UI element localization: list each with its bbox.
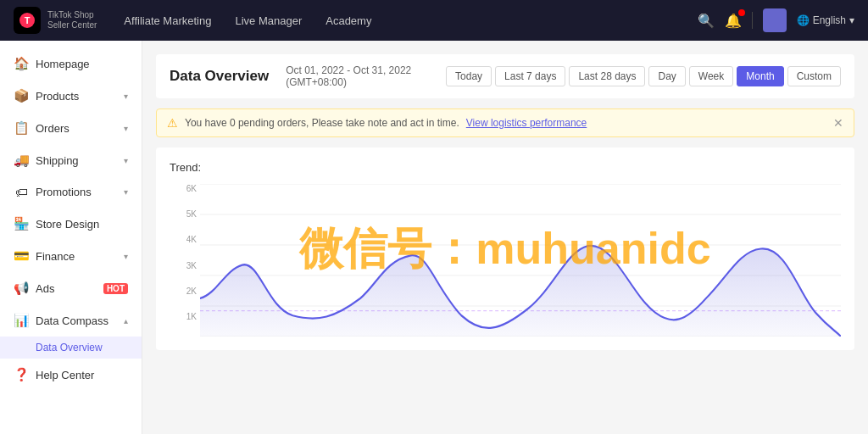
language-selector[interactable]: 🌐 English ▾ <box>797 14 854 26</box>
y-label-6k: 6K <box>186 184 197 193</box>
sidebar-label-products: Products <box>36 90 117 103</box>
sidebar-label-promotions: Promotions <box>36 186 117 198</box>
alert-bar: ⚠ You have 0 pending orders, Please take… <box>156 108 854 137</box>
sidebar: 🏠 Homepage 📦 Products ▾ 📋 Orders ▾ 🚚 Shi… <box>0 41 142 434</box>
sidebar-label-help-center: Help Center <box>36 369 128 381</box>
orders-icon: 📋 <box>14 120 29 136</box>
main-content: Data Overview Oct 01, 2022 - Oct 31, 202… <box>142 41 868 434</box>
trend-label: Trend: <box>170 161 841 174</box>
chart-area <box>200 184 841 337</box>
topnav-links: Affiliate Marketing Live Manager Academy <box>124 11 697 31</box>
sidebar-item-finance[interactable]: 💳 Finance ▾ <box>0 240 142 272</box>
search-icon[interactable]: 🔍 <box>698 13 715 29</box>
sidebar-item-help-center[interactable]: ❓ Help Center <box>0 359 142 391</box>
svg-text:T: T <box>25 15 31 25</box>
sidebar-label-shipping: Shipping <box>36 154 117 167</box>
chevron-down-icon: ▾ <box>849 14 854 26</box>
ads-icon: 📢 <box>14 281 29 296</box>
y-label-4k: 4K <box>186 235 197 244</box>
chevron-down-icon: ▾ <box>124 252 128 261</box>
sidebar-label-store-design: Store Design <box>36 218 128 231</box>
btn-today[interactable]: Today <box>446 66 492 86</box>
home-icon: 🏠 <box>14 56 29 71</box>
nav-academy[interactable]: Academy <box>326 11 371 31</box>
products-icon: 📦 <box>14 88 29 103</box>
topnav: T TikTok Shop Seller Center Affiliate Ma… <box>0 0 868 41</box>
hot-badge: HOT <box>103 283 128 294</box>
logo-icon: T <box>14 7 41 34</box>
btn-month[interactable]: Month <box>737 66 783 86</box>
chevron-up-icon: ▴ <box>124 316 128 326</box>
layout: 🏠 Homepage 📦 Products ▾ 📋 Orders ▾ 🚚 Shi… <box>0 41 868 434</box>
logo[interactable]: T TikTok Shop Seller Center <box>14 7 97 34</box>
nav-affiliate-marketing[interactable]: Affiliate Marketing <box>124 11 211 31</box>
chart-section: Trend: 微信号：muhuanidc 6K 5K 4K 3K 2K 1K <box>156 147 854 350</box>
sidebar-label-homepage: Homepage <box>36 58 128 70</box>
store-design-icon: 🏪 <box>14 216 29 231</box>
sidebar-sub-data-overview[interactable]: Data Overview <box>0 337 142 359</box>
sidebar-label-data-compass: Data Compass <box>36 314 117 327</box>
alert-link[interactable]: View logistics performance <box>466 117 587 129</box>
sidebar-label-orders: Orders <box>36 122 117 135</box>
finance-icon: 💳 <box>14 248 29 264</box>
chevron-down-icon: ▾ <box>124 92 128 101</box>
help-icon: ❓ <box>14 367 29 382</box>
globe-icon: 🌐 <box>797 14 810 26</box>
nav-live-manager[interactable]: Live Manager <box>235 11 302 31</box>
overview-header: Data Overview Oct 01, 2022 - Oct 31, 202… <box>156 54 854 98</box>
close-icon[interactable]: ✕ <box>833 116 843 130</box>
sidebar-item-products[interactable]: 📦 Products ▾ <box>0 80 142 112</box>
data-compass-icon: 📊 <box>14 313 29 328</box>
promotions-icon: 🏷 <box>14 185 29 199</box>
y-label-1k: 1K <box>186 312 197 321</box>
btn-custom[interactable]: Custom <box>787 66 841 86</box>
btn-last7[interactable]: Last 7 days <box>495 66 565 86</box>
shipping-icon: 🚚 <box>14 153 29 168</box>
sidebar-item-shipping[interactable]: 🚚 Shipping ▾ <box>0 144 142 176</box>
sidebar-item-orders[interactable]: 📋 Orders ▾ <box>0 112 142 144</box>
y-label-3k: 3K <box>186 261 197 270</box>
divider <box>752 12 753 29</box>
sidebar-label-finance: Finance <box>36 250 117 263</box>
chevron-down-icon: ▾ <box>124 187 128 197</box>
btn-week[interactable]: Week <box>689 66 733 86</box>
logo-text: TikTok Shop Seller Center <box>47 10 97 31</box>
btn-last28[interactable]: Last 28 days <box>569 66 645 86</box>
y-label-5k: 5K <box>186 209 197 219</box>
notification-icon[interactable]: 🔔 <box>725 13 742 29</box>
sidebar-item-homepage[interactable]: 🏠 Homepage <box>0 47 142 80</box>
trend-chart <box>200 184 841 337</box>
chevron-down-icon: ▾ <box>124 124 128 133</box>
sidebar-label-ads: Ads <box>36 282 97 295</box>
y-label-2k: 2K <box>186 287 197 296</box>
sidebar-item-data-compass[interactable]: 📊 Data Compass ▴ <box>0 304 142 337</box>
time-buttons: Today Last 7 days Last 28 days Day Week … <box>446 66 841 86</box>
date-range: Oct 01, 2022 - Oct 31, 2022 (GMT+08:00) <box>286 64 436 88</box>
notif-badge <box>738 9 745 16</box>
warning-icon: ⚠ <box>167 116 178 130</box>
btn-day[interactable]: Day <box>648 66 685 86</box>
chevron-down-icon: ▾ <box>124 156 128 165</box>
alert-text: You have 0 pending orders, Please take n… <box>185 117 459 129</box>
sidebar-item-ads[interactable]: 📢 Ads HOT <box>0 272 142 304</box>
page-title: Data Overview <box>170 68 269 85</box>
avatar[interactable] <box>763 8 787 32</box>
sidebar-item-promotions[interactable]: 🏷 Promotions ▾ <box>0 176 142 208</box>
topnav-right: 🔍 🔔 🌐 English ▾ <box>698 8 854 32</box>
sidebar-item-store-design[interactable]: 🏪 Store Design <box>0 208 142 240</box>
